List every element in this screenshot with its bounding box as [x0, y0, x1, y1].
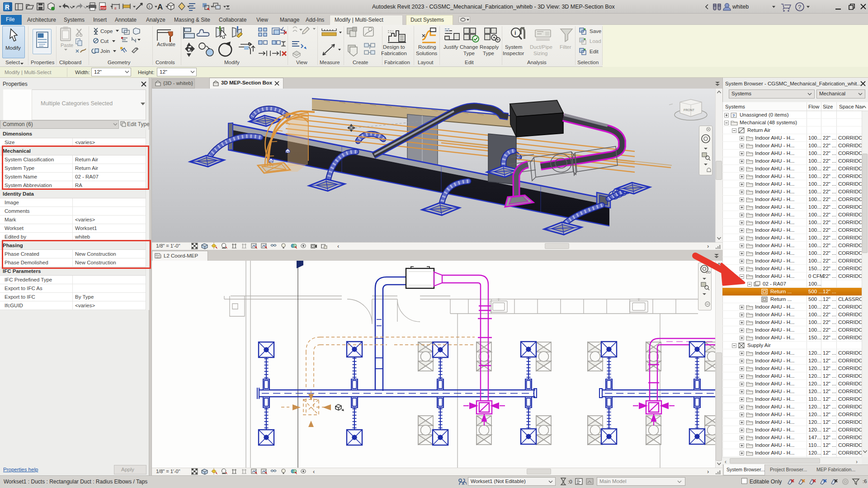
svg-text:?: ?: [798, 4, 801, 10]
svg-text:whiteb: whiteb: [732, 4, 749, 10]
svg-text:1: 1: [148, 5, 151, 9]
svg-text:Paste: Paste: [61, 42, 73, 48]
svg-text:Cope: Cope: [100, 28, 113, 34]
svg-text:?: ?: [732, 113, 735, 118]
svg-text:Cut: Cut: [100, 38, 109, 44]
svg-text:FRONT: FRONT: [684, 108, 695, 112]
svg-text:Join: Join: [100, 48, 110, 54]
svg-text:PDF: PDF: [101, 7, 106, 9]
svg-text:8: 8: [114, 6, 117, 10]
svg-text:R: R: [5, 4, 9, 11]
svg-text:i: i: [514, 29, 516, 36]
svg-text:A: A: [157, 3, 163, 11]
